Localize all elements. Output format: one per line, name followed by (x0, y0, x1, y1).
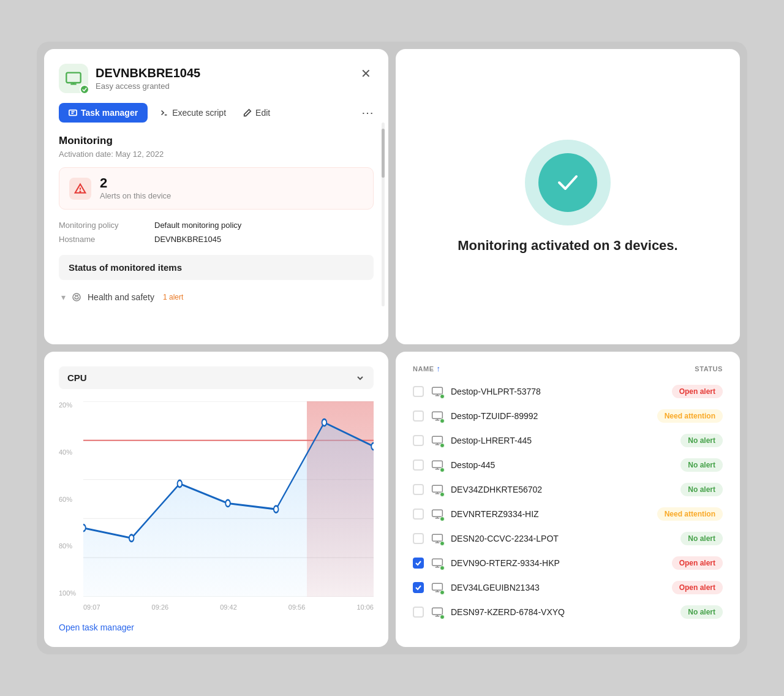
alert-label: Alerts on this device (100, 191, 171, 200)
svg-rect-26 (432, 485, 443, 492)
svg-point-18 (225, 500, 230, 507)
svg-rect-23 (432, 412, 443, 418)
monitoring-section: Monitoring Activation date: May 12, 2022… (59, 135, 374, 307)
edit-label: Edit (255, 108, 270, 118)
device-detail-panel: DEVNBKBRE1045 Easy access granted ✕ Task… (44, 49, 388, 344)
device-row: Destop-TZUIDF-89992 Need attention (410, 404, 725, 428)
execute-script-button[interactable]: Execute script (155, 103, 231, 123)
cpu-dropdown[interactable]: CPU (59, 366, 374, 389)
device-list-panel: NAME ↑ STATUS Destop-VHLPRT-53778 Open a… (396, 352, 740, 647)
open-task-manager-link[interactable]: Open task manager (59, 622, 374, 632)
row-checkbox[interactable] (413, 509, 424, 520)
row-checkbox[interactable] (413, 558, 424, 569)
device-row-icon (430, 458, 445, 472)
online-dot (440, 516, 445, 521)
chart-svg (83, 401, 374, 597)
online-dot (440, 394, 445, 399)
online-dot (440, 443, 445, 448)
device-name: Destop-VHLPRT-53778 (451, 387, 666, 396)
svg-rect-22 (432, 387, 443, 394)
device-name: Destop-TZUIDF-89992 (451, 411, 651, 421)
status-badge: Need attention (657, 409, 723, 423)
col-name-header: NAME ↑ (413, 364, 441, 373)
row-checkbox[interactable] (413, 410, 424, 422)
online-dot (440, 615, 445, 619)
status-badge: No alert (680, 434, 723, 447)
device-name: DEV34ZDHKRTE56702 (451, 485, 674, 494)
device-header: DEVNBKBRE1045 Easy access granted ✕ (59, 64, 374, 93)
status-badge: No alert (680, 532, 723, 545)
online-dot (440, 467, 445, 472)
svg-point-6 (77, 295, 78, 296)
health-label: Health and safety (88, 292, 154, 302)
row-checkbox[interactable] (413, 607, 424, 618)
svg-rect-28 (432, 534, 443, 541)
y-label-60: 60% (59, 496, 80, 503)
status-badge: Open alert (672, 581, 723, 594)
device-info: DEVNBKBRE1045 Easy access granted (96, 66, 200, 91)
device-subtitle: Easy access granted (96, 81, 200, 91)
status-badge: Open alert (672, 385, 723, 398)
info-grid: Monitoring policy Default monitoring pol… (59, 221, 374, 244)
row-checkbox[interactable] (413, 435, 424, 446)
online-dot (440, 541, 445, 546)
device-row-icon (430, 384, 445, 399)
sort-icon[interactable]: ↑ (437, 364, 441, 373)
device-row-icon (430, 605, 445, 619)
device-row-icon (430, 433, 445, 448)
x-label-3: 09:56 (288, 603, 306, 611)
row-checkbox[interactable] (413, 533, 424, 544)
monitoring-date: Activation date: May 12, 2022 (59, 149, 374, 159)
monitoring-status-panel: Monitoring activated on 3 devices. (396, 49, 740, 344)
svg-rect-29 (432, 559, 443, 566)
task-manager-button[interactable]: Task manager (59, 103, 148, 123)
row-checkbox[interactable] (413, 582, 424, 593)
device-row: DEVN9O-RTERZ-9334-HKP Open alert (410, 551, 725, 575)
svg-point-17 (178, 480, 183, 487)
info-row-hostname: Hostname DEVNBKBRE1045 (59, 235, 374, 244)
status-section-header: Status of monitored items (59, 255, 374, 280)
y-label-80: 80% (59, 542, 80, 550)
alert-box: 2 Alerts on this device (59, 167, 374, 210)
expand-icon[interactable]: ▾ (61, 292, 66, 302)
device-name: DEV34LGEUIBN21343 (451, 583, 666, 592)
svg-point-15 (83, 524, 86, 531)
x-label-1: 09:26 (152, 603, 169, 611)
row-checkbox[interactable] (413, 484, 424, 495)
svg-point-16 (129, 535, 134, 542)
device-row: DEVNRTERZ9334-HIZ Need attention (410, 502, 725, 526)
more-options-button[interactable]: ⋯ (361, 105, 374, 120)
chart-svg-wrap (83, 401, 374, 597)
info-row-policy: Monitoring policy Default monitoring pol… (59, 221, 374, 230)
device-row: DEV34LGEUIBN21343 Open alert (410, 575, 725, 600)
hostname-val: DEVNBKBRE1045 (154, 235, 221, 244)
edit-button[interactable]: Edit (238, 103, 275, 123)
svg-rect-31 (432, 608, 443, 615)
svg-rect-30 (432, 583, 443, 590)
device-name: Destop-445 (451, 460, 674, 470)
svg-point-3 (80, 191, 80, 192)
status-badge: Need attention (657, 507, 723, 521)
online-dot (440, 590, 445, 595)
hostname-key: Hostname (59, 235, 145, 244)
cpu-chart-panel: CPU 100% 80% 60% 40% 20% (44, 352, 388, 647)
action-bar: Task manager Execute script Edit ⋯ (59, 103, 374, 123)
scroll-indicator (382, 123, 385, 306)
device-name: DESN20-CCVC-2234-LPOT (451, 534, 674, 543)
device-row-icon (430, 482, 445, 497)
policy-val: Default monitoring policy (154, 221, 241, 230)
row-checkbox[interactable] (413, 460, 424, 471)
close-button[interactable]: ✕ (358, 64, 374, 83)
alert-count: 2 (100, 176, 171, 190)
task-manager-label: Task manager (81, 108, 138, 118)
device-name: Destop-LHRERT-445 (451, 436, 674, 445)
check-circle-inner (538, 153, 597, 212)
svg-point-5 (75, 295, 76, 296)
policy-key: Monitoring policy (59, 221, 145, 230)
status-badge: No alert (680, 605, 723, 619)
y-axis-labels: 100% 80% 60% 40% 20% (59, 401, 80, 597)
online-dot (440, 418, 445, 423)
x-label-2: 09:42 (220, 603, 237, 611)
y-label-100: 100% (59, 589, 80, 597)
row-checkbox[interactable] (413, 386, 424, 397)
